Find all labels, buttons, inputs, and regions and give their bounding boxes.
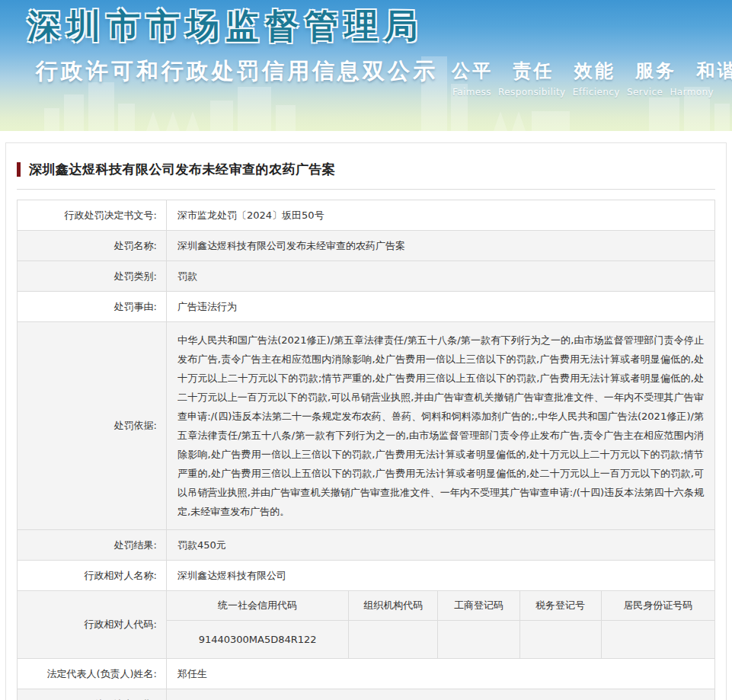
codes-value-cell (349, 620, 438, 658)
field-label: 行政相对人名称: (18, 561, 167, 591)
building-shape (276, 105, 296, 131)
table-row: 行政处罚决定书文号: 深市监龙处罚〔2024〕坂田50号 (18, 200, 715, 231)
table-row: 处罚依据: 中华人民共和国广告法(2021修正)/第五章法律责任/第五十八条/第… (18, 322, 715, 530)
building-shape (238, 87, 271, 131)
field-value: 深市监龙处罚〔2024〕坂田50号 (167, 200, 715, 231)
codes-header-cell: 工商登记码 (438, 591, 519, 620)
field-label: 处罚依据: (18, 322, 167, 530)
banner-subtitle: 行政许可和行政处罚信用信息双公示 (36, 56, 438, 87)
table-row: 处罚事由: 广告违法行为 (18, 292, 715, 322)
codes-header-cell: 税务登记号 (519, 591, 601, 620)
field-label: 处罚事由: (18, 292, 167, 322)
building-shape (64, 94, 84, 131)
codes-value-cell (519, 620, 601, 658)
codes-header-row: 统一社会信用代码 组织机构代码 工商登记码 税务登记号 居民身份证号码 (167, 591, 714, 620)
codes-header-cell: 居民身份证号码 (601, 591, 714, 620)
site-banner: 深圳市市场监督管理局 行政许可和行政处罚信用信息双公示 公平 责任 效能 服务 … (0, 0, 732, 131)
table-row: 处罚名称: 深圳鑫达煜科技有限公司发布未经审查的农药广告案 (18, 231, 715, 261)
field-value: 深圳鑫达煜科技有限公司发布未经审查的农药广告案 (167, 231, 715, 261)
content-panel: 深圳鑫达煜科技有限公司发布未经审查的农药广告案 行政处罚决定书文号: 深市监龙处… (5, 142, 727, 700)
field-label: 法定代表人(负责人)姓名: (18, 659, 167, 689)
tree-shape (494, 111, 507, 131)
penalty-info-table: 行政处罚决定书文号: 深市监龙处罚〔2024〕坂田50号 处罚名称: 深圳鑫达煜… (17, 200, 715, 700)
building-shape (210, 101, 233, 131)
case-title-row: 深圳鑫达煜科技有限公司发布未经审查的农药广告案 (17, 161, 721, 178)
field-value: 广告违法行为 (167, 292, 715, 322)
field-value: 罚款450元 (167, 530, 715, 561)
codes-value-cell (438, 620, 519, 658)
tree-shape (512, 111, 526, 131)
table-row: 处罚决定日期: 2024-02-20 (18, 689, 715, 700)
field-value: 深圳鑫达煜科技有限公司 (167, 561, 715, 591)
codes-value-cell: 91440300MA5D84R122 (167, 620, 349, 658)
table-row: 处罚类别: 罚款 (18, 261, 715, 292)
building-shape (88, 82, 114, 131)
field-label: 处罚类别: (18, 261, 167, 292)
field-label: 行政处罚决定书文号: (18, 200, 167, 231)
case-title: 深圳鑫达煜科技有限公司发布未经审查的农药广告案 (29, 161, 336, 178)
slogan-chinese: 公平 责任 效能 服务 和谐 (452, 59, 714, 83)
tree-shape (186, 111, 200, 131)
building-shape (714, 104, 730, 131)
table-row: 法定代表人(负责人)姓名: 郑任生 (18, 659, 715, 689)
building-shape (118, 104, 135, 131)
party-codes-cell: 统一社会信用代码 组织机构代码 工商登记码 税务登记号 居民身份证号码 9144… (167, 591, 715, 659)
codes-value-row: 91440300MA5D84R122 (167, 620, 714, 658)
title-accent-bar (17, 162, 21, 177)
codes-value-cell (601, 620, 714, 658)
tree-shape (166, 111, 180, 131)
field-value: 罚款 (167, 261, 715, 292)
codes-header-cell: 统一社会信用代码 (167, 591, 349, 620)
agency-title: 深圳市市场监督管理局 (27, 4, 424, 49)
field-label: 行政相对人代码: (18, 591, 167, 659)
tree-shape (146, 111, 160, 131)
field-value: 郑任生 (167, 659, 715, 689)
truck-shape (532, 111, 570, 131)
slogan-block: 公平 责任 效能 服务 和谐 Faimess Responsibility Ef… (452, 59, 714, 97)
table-row: 处罚结果: 罚款450元 (18, 530, 715, 561)
title-divider (17, 189, 715, 190)
codes-header-cell: 组织机构代码 (349, 591, 438, 620)
table-row: 行政相对人代码: 统一社会信用代码 组织机构代码 工商登记码 税 (18, 591, 715, 659)
building-shape (649, 97, 679, 131)
field-value: 2024-02-20 (167, 689, 715, 700)
field-label: 处罚名称: (18, 231, 167, 261)
table-row: 行政相对人名称: 深圳鑫达煜科技有限公司 (18, 561, 715, 591)
field-label: 处罚决定日期: (18, 689, 167, 700)
field-value: 中华人民共和国广告法(2021修正)/第五章法律责任/第五十八条/第一款有下列行… (167, 322, 715, 530)
slogan-english: Faimess Responsibility Efficiency Servic… (452, 87, 714, 97)
party-codes-table: 统一社会信用代码 组织机构代码 工商登记码 税务登记号 居民身份证号码 9144… (167, 591, 714, 658)
field-label: 处罚结果: (18, 530, 167, 561)
building-shape (44, 108, 59, 131)
